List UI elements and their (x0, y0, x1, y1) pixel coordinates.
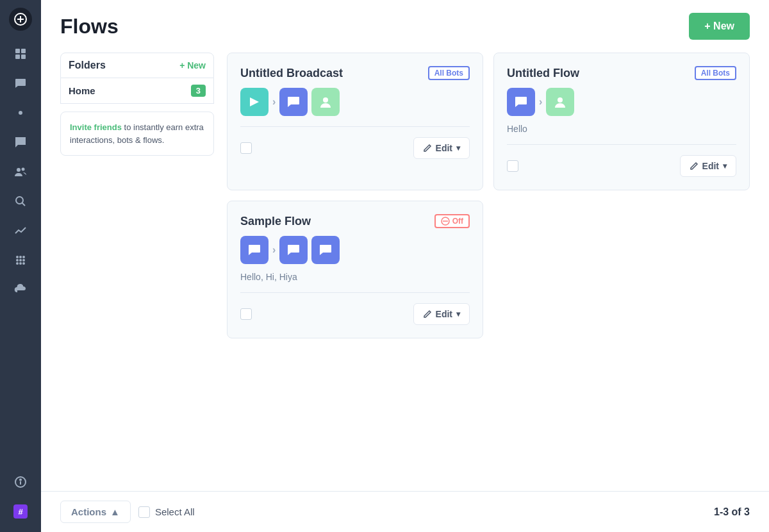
flow-divider (507, 144, 736, 145)
edit-label: Edit (702, 161, 719, 171)
flow-badge-all-bots: All Bots (695, 66, 736, 80)
edit-label: Edit (436, 309, 452, 319)
sidebar-logo[interactable] (9, 8, 32, 31)
actions-button[interactable]: Actions ▲ (60, 501, 131, 523)
node-question: ? (279, 236, 308, 264)
sidebar-item-cloud[interactable] (8, 277, 33, 303)
svg-text:?: ? (292, 247, 295, 253)
sidebar-item-broadcast[interactable] (8, 100, 33, 126)
folder-home-badge: 3 (191, 85, 206, 97)
page-title: Flows (60, 15, 119, 38)
folder-home-label: Home (69, 85, 95, 96)
svg-point-8 (17, 168, 21, 172)
flow-title: Sample Flow (240, 215, 311, 228)
edit-icon (423, 310, 432, 319)
svg-point-15 (16, 259, 19, 262)
select-all-area[interactable]: Select All (138, 506, 195, 518)
node-chat (507, 88, 535, 116)
flow-title: Untitled Flow (507, 67, 579, 80)
node-chat2 (311, 236, 340, 264)
chevron-up-icon: ▲ (110, 506, 120, 517)
svg-line-11 (22, 203, 26, 206)
flow-edit-button[interactable]: Edit ▾ (413, 137, 470, 159)
pagination-label: 1-3 of 3 (714, 506, 750, 518)
flow-description: Hello, Hi, Hiya (240, 272, 470, 282)
svg-point-12 (16, 256, 19, 258)
sidebar-item-grid[interactable] (8, 41, 33, 67)
flow-card-untitled-flow: Untitled Flow All Bots › (493, 53, 750, 190)
svg-point-28 (558, 97, 563, 103)
svg-rect-6 (21, 54, 26, 59)
select-all-checkbox[interactable] (138, 506, 150, 518)
sidebar-item-apps[interactable] (8, 247, 33, 273)
invite-link[interactable]: Invite friends (70, 122, 122, 132)
flow-card-header: Untitled Broadcast All Bots (240, 66, 470, 80)
sidebar-item-info[interactable] (8, 469, 33, 495)
folders-header: Folders + New (60, 53, 214, 78)
flow-edit-button[interactable]: Edit ▾ (680, 155, 736, 177)
flow-footer: Edit ▾ (240, 303, 470, 325)
flow-divider (240, 126, 470, 127)
svg-point-10 (16, 197, 23, 204)
chevron-down-icon: ▾ (456, 144, 460, 153)
sidebar-item-analytics[interactable] (8, 218, 33, 244)
svg-rect-4 (21, 49, 26, 53)
flow-footer: Edit ▾ (240, 137, 470, 159)
header: Flows + New (41, 0, 769, 46)
edit-icon (690, 162, 699, 170)
svg-point-18 (16, 262, 19, 265)
flow-grid: Untitled Broadcast All Bots › (227, 53, 750, 491)
flow-select-checkbox[interactable] (507, 160, 518, 172)
svg-text:#: # (18, 507, 23, 517)
flow-edit-button[interactable]: Edit ▾ (413, 303, 470, 325)
bottom-bar: Actions ▲ Select All 1-3 of 3 (41, 491, 769, 532)
flow-footer: Edit ▾ (507, 155, 736, 177)
svg-marker-26 (250, 97, 259, 106)
svg-point-17 (22, 259, 25, 262)
flow-select-checkbox[interactable] (240, 308, 252, 320)
flow-title: Untitled Broadcast (240, 67, 343, 80)
actions-label: Actions (71, 506, 106, 517)
svg-point-20 (22, 262, 25, 265)
flow-divider (240, 292, 470, 293)
svg-rect-3 (15, 49, 20, 53)
svg-rect-5 (15, 54, 20, 59)
svg-point-7 (19, 111, 22, 115)
folders-new-link[interactable]: + New (179, 60, 206, 71)
flow-select-checkbox[interactable] (240, 142, 252, 154)
sidebar-item-users[interactable] (8, 159, 33, 185)
flow-nodes: › (507, 88, 736, 116)
svg-point-23 (20, 479, 21, 481)
svg-point-27 (323, 97, 328, 103)
flow-badge-off: Off (434, 214, 470, 228)
off-icon (441, 217, 450, 226)
flow-card-untitled-broadcast: Untitled Broadcast All Bots › (227, 53, 483, 190)
new-button[interactable]: + New (689, 13, 750, 40)
flow-card-header: Untitled Flow All Bots (507, 66, 736, 80)
edit-label: Edit (436, 143, 452, 153)
node-arrow: › (272, 96, 276, 108)
node-user (546, 88, 574, 116)
invite-box: Invite friends to instantly earn extra i… (60, 112, 214, 156)
node-user (311, 88, 340, 116)
flow-nodes: › ? (240, 236, 470, 264)
node-chat (279, 88, 308, 116)
sidebar-item-hashtag[interactable]: # (8, 499, 33, 524)
folders-panel: Folders + New Home 3 Invite friends to i… (60, 53, 214, 491)
svg-point-16 (19, 259, 22, 262)
flow-card-header: Sample Flow Off (240, 214, 470, 228)
sidebar-item-chat[interactable] (8, 71, 33, 96)
bottom-left: Actions ▲ Select All (60, 501, 195, 523)
sidebar: # (0, 0, 41, 532)
folder-home[interactable]: Home 3 (60, 78, 214, 104)
select-all-label: Select All (155, 506, 195, 517)
main-content: Flows + New Folders + New Home 3 Invite … (41, 0, 769, 532)
sidebar-item-search[interactable] (8, 188, 33, 214)
sidebar-item-comment[interactable] (8, 129, 33, 155)
node-trigger (240, 88, 269, 116)
folders-title: Folders (69, 60, 106, 71)
chevron-down-icon: ▾ (456, 310, 460, 319)
flow-description: Hello (507, 124, 736, 134)
node-arrow: › (539, 96, 542, 108)
svg-point-13 (19, 256, 22, 258)
